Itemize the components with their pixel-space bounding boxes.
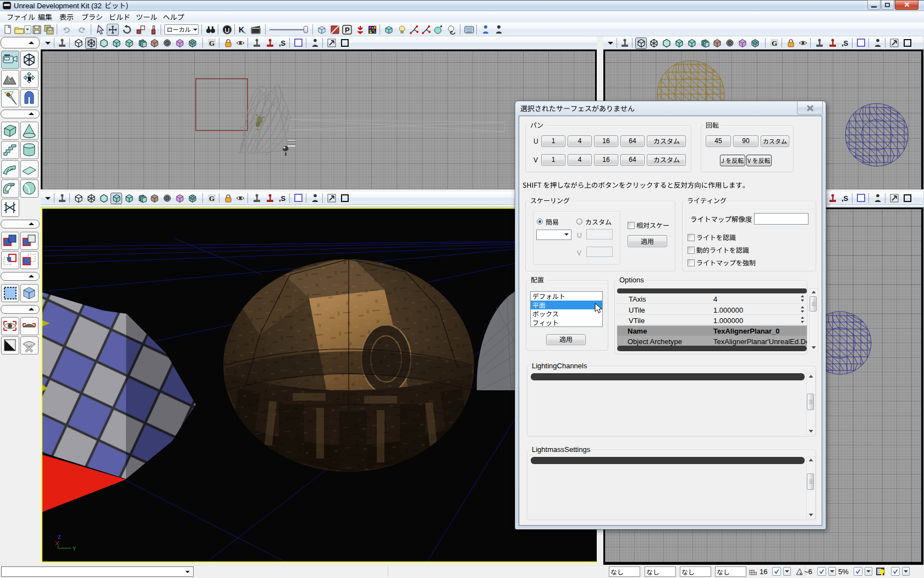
svg-text:,S: ,S [842,39,849,47]
svg-text:S: S [166,41,169,45]
svg-text:G: G [209,39,215,47]
svg-text:G: G [772,39,777,47]
svg-text:,S: ,S [279,194,286,203]
svg-text:,S: ,S [842,194,849,203]
svg-text:Z: Z [58,535,61,541]
svg-text:S: S [166,197,169,200]
svg-text:S: S [729,41,732,45]
svg-text:,S: ,S [279,39,286,47]
svg-text:P: P [345,26,350,34]
svg-text:G: G [209,194,215,203]
svg-text:Y: Y [73,546,76,552]
svg-text:K: K [239,25,244,34]
